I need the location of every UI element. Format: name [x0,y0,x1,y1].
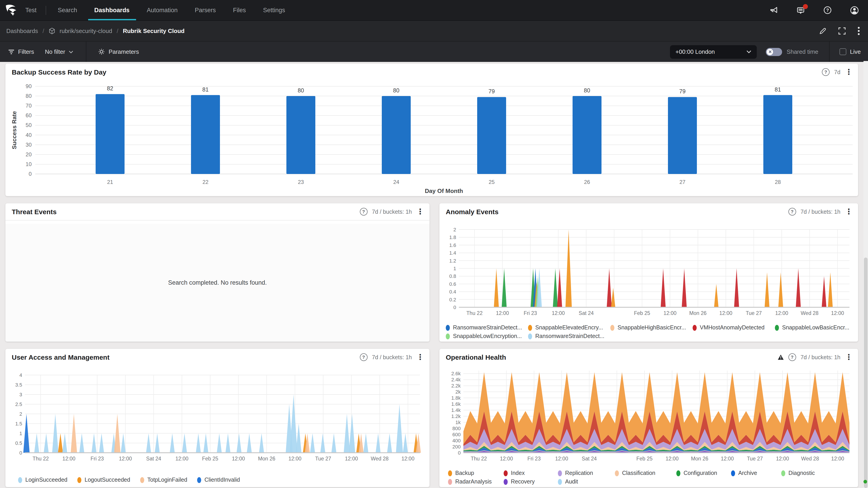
bar[interactable] [191,95,220,174]
legend-label: RansomwareStrainDetect... [535,333,604,339]
scrollbar-thumb[interactable] [864,257,868,488]
shared-time-toggle[interactable] [766,48,782,56]
bar[interactable] [96,94,125,174]
legend-item-ransomwarestraindetect-[interactable]: RansomwareStrainDetect... [446,324,528,331]
nav-item-parsers[interactable]: Parsers [195,0,216,20]
panel-help-icon[interactable]: ? [360,353,367,361]
top-nav: Test Search Dashboards Automation Parser… [0,0,868,20]
parameters-button[interactable]: Parameters [98,48,139,55]
x-tick-label: 12:00 [776,456,789,462]
legend-item-radaranalysis[interactable]: RadarAnalysis [448,479,504,485]
x-tick-label: Feb 25 [634,310,650,316]
panel-kebab-icon[interactable]: ⋮ [845,69,852,75]
legend-dot [140,477,144,483]
help-icon[interactable]: ? [823,6,832,14]
legend-item-configuration[interactable]: Configuration [676,470,731,476]
warning-icon[interactable] [777,354,784,360]
nav-item-settings[interactable]: Settings [263,0,285,20]
panel-kebab-icon[interactable]: ⋮ [416,354,424,360]
kebab-menu-icon[interactable] [858,27,860,35]
y-tick-label: 600 [452,432,461,437]
spike[interactable] [607,268,612,307]
legend-item-diagnostic[interactable]: Diagnostic [781,470,855,476]
legend-item-loginsucceeded[interactable]: LoginSucceeded [18,477,67,483]
legend-item-archive[interactable]: Archive [731,470,781,476]
spike[interactable] [778,272,783,307]
nav-item-automation[interactable]: Automation [147,0,178,20]
page-scrollbar[interactable] [864,61,868,488]
live-checkbox[interactable] [839,48,846,55]
legend-item-classification[interactable]: Classification [615,470,676,476]
timezone-selector[interactable]: +00:00 London [670,45,757,59]
timezone-value: +00:00 London [675,48,715,55]
legend-item-vmhostanomalydetected[interactable]: VMHostAnomalyDetected [692,324,775,331]
edit-icon[interactable] [819,27,827,35]
panel-help-icon[interactable]: ? [788,208,796,216]
legend-item-ransomwarestraindetect-[interactable]: RansomwareStrainDetect... [528,333,610,339]
breadcrumb-separator: / [42,28,44,34]
bar[interactable] [763,95,792,174]
legend-item-audit[interactable]: Audit [558,479,615,485]
y-tick-label: 2 [20,411,22,417]
legend-item-totploginfailed[interactable]: TotpLoginFailed [140,477,187,483]
nav-item-test[interactable]: Test [25,7,37,13]
legend-item-clientidinvalid[interactable]: ClientIdInvalid [197,477,240,483]
bar[interactable] [382,96,411,174]
spike[interactable] [828,272,833,307]
y-tick-label: 0.6 [449,281,456,287]
megaphone-icon[interactable] [770,6,778,14]
spike[interactable] [661,268,666,307]
legend-item-backup[interactable]: Backup [448,470,504,476]
breadcrumb-dashboards[interactable]: Dashboards [6,28,38,34]
x-tick-label: Sat 24 [579,310,594,316]
x-tick-label: 28 [775,179,781,185]
notifications-icon[interactable] [797,6,805,14]
filters-button[interactable]: Filters [0,48,45,55]
spike[interactable] [734,268,739,307]
panel-help-icon[interactable]: ? [822,68,830,76]
legend-item-replication[interactable]: Replication [558,470,615,476]
legend-item-snappableelevatedencry-[interactable]: SnappableElevatedEncry... [528,324,610,331]
spike[interactable] [611,288,615,307]
legend-item-logoutsucceeded[interactable]: LogoutSucceeded [77,477,130,483]
x-tick-label: 12:00 [232,456,245,462]
spike[interactable] [765,272,770,307]
nav-item-files[interactable]: Files [233,0,246,20]
y-tick-label: 1.6k [451,401,461,407]
panel-kebab-icon[interactable]: ⋮ [845,208,852,215]
fullscreen-icon[interactable] [838,27,846,35]
account-icon[interactable] [850,6,859,15]
legend-item-snappablelowencryption-[interactable]: SnappableLowEncryption... [446,333,528,339]
legend-item-snappablelowbasicencr-[interactable]: SnappableLowBasicEncr... [775,324,857,331]
legend-item-snappablehighbasicencr-[interactable]: SnappableHighBasicEncr... [610,324,692,331]
y-tick-label: 50 [26,122,32,128]
breadcrumb-package[interactable]: rubrik/security-cloud [59,28,112,34]
panel-kebab-icon[interactable]: ⋮ [416,208,424,215]
panel-help-icon[interactable]: ? [788,353,796,361]
y-tick-label: 1.2 [449,258,456,264]
spike[interactable] [714,284,719,307]
legend-item-recovery[interactable]: Recovery [504,479,558,485]
spike[interactable] [494,268,499,307]
spike[interactable] [553,268,558,307]
legend-label: RansomwareStrainDetect... [453,324,522,331]
spike[interactable] [682,268,687,307]
filter-dropdown[interactable]: No filter [45,48,73,55]
legend-item-index[interactable]: Index [504,470,558,476]
bar[interactable] [668,97,697,174]
spike[interactable] [296,424,302,453]
bar[interactable] [572,96,601,174]
bar[interactable] [477,97,506,174]
nav-item-search[interactable]: Search [58,0,77,20]
legend-dot [781,470,785,476]
spike[interactable] [796,268,801,307]
nav-item-dashboards[interactable]: Dashboards [94,0,129,20]
spike[interactable] [396,404,403,453]
panel-kebab-icon[interactable]: ⋮ [845,354,852,360]
bar[interactable] [286,96,315,174]
crowdstrike-falcon-logo[interactable] [4,4,19,17]
spike[interactable] [557,268,562,307]
x-tick-label: 21 [107,179,113,185]
panel-help-icon[interactable]: ? [360,208,367,216]
legend-dot [528,325,532,330]
